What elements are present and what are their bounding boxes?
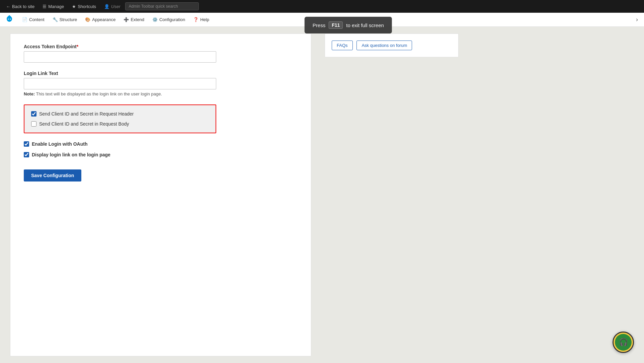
nav-extend[interactable]: ➕ Extend <box>119 13 148 27</box>
faqs-button[interactable]: FAQs <box>332 41 353 50</box>
send-body-checkbox[interactable] <box>31 121 36 127</box>
access-token-label: Access Token Endpoint* <box>24 44 298 49</box>
appearance-icon: 🎨 <box>85 17 90 22</box>
display-link-checkbox[interactable] <box>24 152 29 157</box>
nav-configuration[interactable]: ⚙️ Configuration <box>148 13 189 27</box>
nav-help[interactable]: ❓ Help <box>189 13 213 27</box>
content-icon: 📄 <box>22 17 27 22</box>
structure-icon: 🔧 <box>53 17 58 22</box>
nav-content[interactable]: 📄 Content <box>18 13 49 27</box>
svg-point-0 <box>8 18 9 19</box>
nav-structure[interactable]: 🔧 Structure <box>49 13 81 27</box>
login-link-note: Note: This text will be displayed as the… <box>24 91 298 96</box>
required-star: * <box>77 44 78 49</box>
save-configuration-button[interactable]: Save Configuration <box>24 169 81 182</box>
send-header-label[interactable]: Send Client ID and Secret in Request Hea… <box>39 111 134 117</box>
extend-icon: ➕ <box>124 17 129 22</box>
configuration-icon: ⚙️ <box>152 17 158 22</box>
manage-btn[interactable]: ☰ Manage <box>39 3 67 10</box>
user-btn[interactable]: 👤 User <box>101 3 124 10</box>
back-to-site-btn[interactable]: ← Back to site <box>3 3 38 10</box>
main-container: Access Token Endpoint* Login Link Text N… <box>0 27 644 363</box>
display-link-label[interactable]: Display login link on the login page <box>32 152 110 157</box>
nav-appearance[interactable]: 🎨 Appearance <box>81 13 119 27</box>
fullscreen-tooltip: Press F11 to exit full screen <box>305 17 392 33</box>
back-arrow-icon: ← <box>6 4 10 9</box>
shortcuts-btn[interactable]: ★ Shortcuts <box>69 3 99 10</box>
request-checkboxes-group: Send Client ID and Secret in Request Hea… <box>24 104 298 133</box>
sidebar-panel: FAQs Ask questions on forum <box>325 33 459 57</box>
collapse-navbar-btn[interactable]: › <box>633 15 641 24</box>
drupal-logo[interactable] <box>3 14 15 26</box>
login-link-label: Login Link Text <box>24 71 298 76</box>
support-widget[interactable]: 🎧 <box>613 332 634 353</box>
menu-icon: ☰ <box>43 4 47 9</box>
send-body-label[interactable]: Send Client ID and Secret in Request Bod… <box>39 121 129 127</box>
display-link-checkbox-group: Display login link on the login page <box>24 152 298 157</box>
star-icon: ★ <box>72 4 76 9</box>
forum-button[interactable]: Ask questions on forum <box>356 41 412 50</box>
f11-badge: F11 <box>329 21 343 29</box>
oauth-checkbox[interactable] <box>24 141 29 147</box>
checkbox-body-row: Send Client ID and Secret in Request Bod… <box>31 121 209 127</box>
login-link-input[interactable] <box>24 78 216 89</box>
oauth-checkbox-group: Enable Login with OAuth <box>24 141 298 147</box>
svg-point-1 <box>10 18 11 19</box>
access-token-group: Access Token Endpoint* <box>24 44 298 63</box>
form-panel: Access Token Endpoint* Login Link Text N… <box>10 33 311 356</box>
checkbox-header-row: Send Client ID and Secret in Request Hea… <box>31 111 209 117</box>
login-link-group: Login Link Text Note: This text will be … <box>24 71 298 96</box>
person-icon: 👤 <box>104 4 109 9</box>
oauth-label[interactable]: Enable Login with OAuth <box>32 141 87 147</box>
help-icon: ❓ <box>193 17 198 22</box>
send-header-checkbox[interactable] <box>31 111 36 117</box>
admin-toolbar: ← Back to site ☰ Manage ★ Shortcuts 👤 Us… <box>0 0 644 13</box>
support-icon: 🎧 <box>615 334 632 351</box>
toolbar-search-input[interactable] <box>125 2 199 10</box>
access-token-input[interactable] <box>24 51 216 63</box>
checkbox-bordered-box: Send Client ID and Secret in Request Hea… <box>24 104 216 133</box>
